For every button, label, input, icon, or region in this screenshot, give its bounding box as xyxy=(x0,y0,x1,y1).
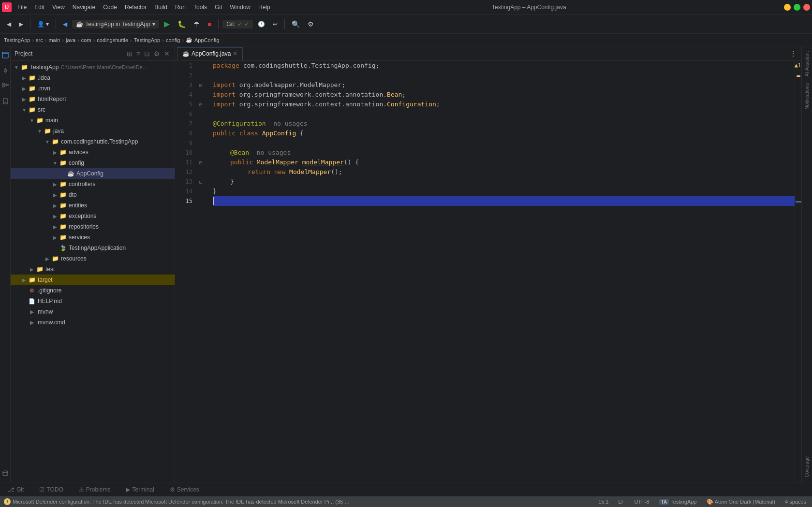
sidebar-settings-button[interactable]: ⚙ xyxy=(153,49,161,58)
forward-button[interactable]: ▶ xyxy=(16,19,26,29)
coverage-button[interactable]: ☂ xyxy=(191,18,203,30)
statusbar-theme[interactable]: 🎨 Atom One Dark (Material) xyxy=(705,499,777,505)
sidebar-collapse-button[interactable]: ≡ xyxy=(135,49,141,58)
search-button[interactable]: 🔍 xyxy=(289,18,303,30)
sidebar-item-java[interactable]: ▼ 📁 java xyxy=(11,126,175,136)
back-button[interactable]: ◀ xyxy=(4,19,14,29)
structure-icon[interactable] xyxy=(0,79,12,93)
sidebar-item-htmlreport[interactable]: ▶ 📁 htmlReport xyxy=(11,94,175,104)
notifications-tab[interactable]: Notifications xyxy=(803,80,811,112)
sidebar-item-services[interactable]: ▶ 📁 services xyxy=(11,232,175,243)
sidebar-item-dto[interactable]: ▶ 📁 dto xyxy=(11,189,175,200)
sidebar-item-helpmd[interactable]: 📄 HELP.md xyxy=(11,296,175,306)
statusbar-linesep[interactable]: LF xyxy=(617,499,627,505)
coverage-tab[interactable]: Coverage xyxy=(803,453,811,480)
run-config-selector[interactable]: ☕ TestingApp in TestingApp ▾ xyxy=(72,20,159,29)
code-content[interactable]: package com.codingshuttle.TestingApp.con… xyxy=(209,61,795,482)
menu-view[interactable]: View xyxy=(48,3,69,12)
sidebar-item-mvnw[interactable]: ▶ mvnw xyxy=(11,306,175,317)
bottom-tab-todo[interactable]: ☑ TODO xyxy=(35,484,67,495)
breadcrumb-config[interactable]: config xyxy=(166,37,180,43)
sidebar: Project ⊞ ≡ ⊟ ⚙ ✕ ▼ 📁 TestingApp C:\User… xyxy=(11,46,175,482)
profile-button[interactable]: 👤 ▾ xyxy=(34,19,52,29)
bottom-tab-services[interactable]: ⚙ Services xyxy=(166,484,203,495)
bottom-tab-terminal[interactable]: ▶ Terminal xyxy=(122,484,158,495)
fold-3[interactable]: ⊟ xyxy=(199,80,209,90)
breadcrumb-appconfig[interactable]: AppConfig xyxy=(194,37,219,43)
sidebar-item-main[interactable]: ▼ 📁 main xyxy=(11,115,175,126)
bottom-tab-git[interactable]: ⎇ Git xyxy=(4,484,28,495)
breadcrumb-codingshuttle[interactable]: codingshuttle xyxy=(97,37,128,43)
breadcrumb-testingapp-pkg[interactable]: TestingApp xyxy=(134,37,160,43)
breadcrumb-com[interactable]: com xyxy=(81,37,91,43)
indent-label: 4 spaces xyxy=(785,499,806,505)
menu-edit[interactable]: Edit xyxy=(30,3,48,12)
code-line-15[interactable] xyxy=(213,196,795,206)
settings-button[interactable]: ⚙ xyxy=(305,18,317,30)
breadcrumb-src[interactable]: src xyxy=(36,37,43,43)
sidebar-item-testingappapplication[interactable]: 🍃 TestingAppApplication xyxy=(11,243,175,253)
maximize-button[interactable] xyxy=(794,4,800,11)
bookmarks-icon[interactable] xyxy=(0,95,12,108)
sidebar-item-target[interactable]: ▶ 📁 target xyxy=(11,275,175,285)
idea-label: .idea xyxy=(38,74,50,81)
menu-run[interactable]: Run xyxy=(171,3,190,12)
fold-11[interactable]: ⊟ xyxy=(199,158,209,167)
right-panel-strip: AI Assistant Notifications Coverage xyxy=(801,46,812,482)
sidebar-item-package[interactable]: ▼ 📁 com.codingshuttle.TestingApp xyxy=(11,136,175,147)
editor-tab-appconfig[interactable]: ☕ AppConfig.java ✕ xyxy=(177,47,243,60)
sidebar-item-resources[interactable]: ▶ 📁 resources xyxy=(11,253,175,264)
sidebar-item-mvn[interactable]: ▶ 📁 .mvn xyxy=(11,83,175,94)
tabs-menu-button[interactable]: ⋮ xyxy=(787,48,799,59)
menu-refactor[interactable]: Refactor xyxy=(121,3,150,12)
bottom-tab-problems[interactable]: ⚠ Problems xyxy=(75,484,115,495)
menu-file[interactable]: File xyxy=(14,3,30,12)
menu-build[interactable]: Build xyxy=(150,3,171,12)
fold-13[interactable]: ⊟ xyxy=(199,177,209,187)
menu-tools[interactable]: Tools xyxy=(190,3,211,12)
breadcrumb-testingapp[interactable]: TestingApp xyxy=(4,37,30,43)
menu-navigate[interactable]: Navigate xyxy=(69,3,99,12)
run-button[interactable]: ▶ xyxy=(161,17,173,30)
breadcrumb-java[interactable]: java xyxy=(66,37,75,43)
sidebar-item-test[interactable]: ▶ 📁 test xyxy=(11,264,175,275)
git-status[interactable]: Git: ✓ ✓ xyxy=(222,20,253,29)
menu-code[interactable]: Code xyxy=(99,3,121,12)
sidebar-item-idea[interactable]: ▶ 📁 .idea xyxy=(11,72,175,83)
navigate-back-button[interactable]: ◀ xyxy=(60,19,70,29)
sidebar-item-repositories[interactable]: ▶ 📁 repositories xyxy=(11,221,175,232)
menu-window[interactable]: Window xyxy=(226,3,254,12)
commit-icon[interactable] xyxy=(0,64,12,77)
clock-button[interactable]: 🕐 xyxy=(255,19,268,29)
sidebar-item-src[interactable]: ▼ 📁 src xyxy=(11,104,175,115)
statusbar-position[interactable]: 15:1 xyxy=(596,499,610,505)
ai-assistant-tab[interactable]: AI Assistant xyxy=(803,48,811,79)
fold-5[interactable]: ⊟ xyxy=(199,100,209,109)
sidebar-item-controllers[interactable]: ▶ 📁 controllers xyxy=(11,179,175,189)
statusbar-encoding[interactable]: UTF-8 xyxy=(632,499,651,505)
sidebar-item-appconfig[interactable]: ☕ AppConfig xyxy=(11,168,175,179)
sidebar-item-gitignore[interactable]: ⚙ .gitignore xyxy=(11,285,175,296)
menu-git[interactable]: Git xyxy=(211,3,226,12)
project-icon[interactable] xyxy=(0,48,12,62)
undo-button[interactable]: ↩ xyxy=(270,19,281,29)
sidebar-item-config[interactable]: ▼ 📁 config xyxy=(11,158,175,168)
sidebar-item-advices[interactable]: ▶ 📁 advices xyxy=(11,147,175,158)
sidebar-scope-button[interactable]: ⊞ xyxy=(126,49,133,58)
stop-button[interactable]: ■ xyxy=(205,18,214,30)
menu-help[interactable]: Help xyxy=(254,3,274,12)
sidebar-close-button[interactable]: ✕ xyxy=(163,49,171,58)
sidebar-item-exceptions[interactable]: ▶ 📁 exceptions xyxy=(11,211,175,221)
jpa-explorer-icon[interactable] xyxy=(0,466,12,480)
breadcrumb-main[interactable]: main xyxy=(48,37,60,43)
sidebar-expand-button[interactable]: ⊟ xyxy=(143,49,151,58)
sidebar-item-mvnwcmd[interactable]: ▶ mvnw.cmd xyxy=(11,317,175,328)
minimize-button[interactable] xyxy=(784,4,791,11)
close-button[interactable] xyxy=(803,4,810,11)
tab-close-button[interactable]: ✕ xyxy=(233,51,237,57)
sidebar-item-entities[interactable]: ▶ 📁 entities xyxy=(11,200,175,211)
debug-button[interactable]: 🐛 xyxy=(175,18,189,30)
sidebar-root[interactable]: ▼ 📁 TestingApp C:\Users\Prem Mane\OneDri… xyxy=(11,62,175,72)
statusbar-indent[interactable]: 4 spaces xyxy=(783,499,808,505)
statusbar-project[interactable]: TA TestingApp xyxy=(657,499,699,505)
